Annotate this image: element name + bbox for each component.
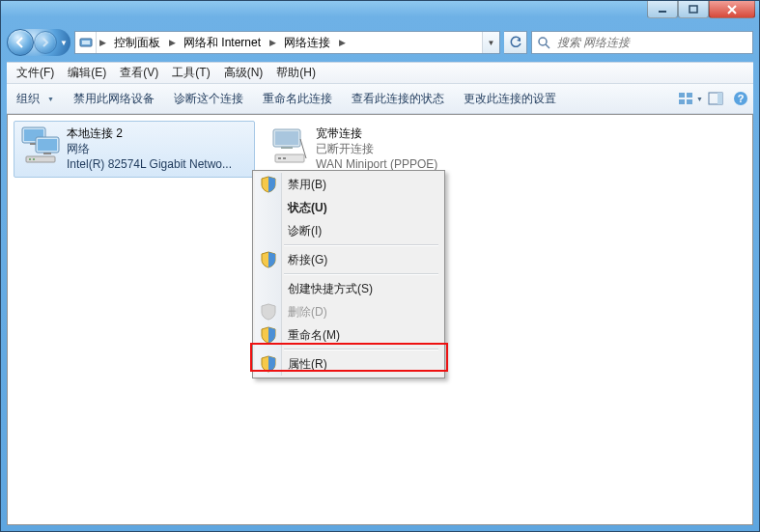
refresh-button[interactable] [504, 31, 527, 54]
shield-icon [260, 176, 277, 193]
view-status-button[interactable]: 查看此连接的状态 [342, 87, 454, 111]
shield-icon [260, 303, 277, 321]
svg-rect-19 [43, 153, 51, 154]
location-icon [75, 32, 97, 53]
ctx-rename[interactable]: 重命名(M) [255, 323, 442, 347]
connection-list: 本地连接 2 网络 Intel(R) 82574L Gigabit Netwo.… [14, 121, 746, 178]
breadcrumb-item[interactable]: 网络连接 [278, 32, 336, 53]
svg-rect-28 [283, 157, 286, 159]
navigation-row: ▼ ▶ 控制面板 ▶ 网络和 Internet ▶ 网络连接 ▶ ▼ [7, 28, 753, 57]
svg-rect-11 [718, 93, 722, 104]
ctx-label: 桥接(G) [288, 252, 327, 268]
ethernet-icon [20, 126, 61, 166]
shield-icon [260, 355, 277, 373]
connection-status: 已断开连接 [316, 141, 437, 156]
svg-line-5 [546, 44, 549, 48]
breadcrumb-item[interactable]: 网络和 Internet [178, 32, 267, 53]
svg-rect-21 [29, 158, 31, 160]
crumb-sep-icon[interactable]: ▶ [97, 32, 108, 53]
ctx-label: 诊断(I) [288, 223, 322, 239]
svg-rect-22 [33, 158, 35, 160]
connection-name: 本地连接 2 [67, 126, 232, 141]
svg-rect-24 [275, 131, 298, 145]
svg-point-4 [539, 38, 547, 45]
help-button[interactable]: ? [728, 91, 753, 106]
forward-button[interactable] [34, 31, 57, 54]
connection-text: 宽带连接 已断开连接 WAN Miniport (PPPOE) [316, 126, 437, 173]
svg-text:?: ? [738, 93, 745, 104]
svg-rect-9 [687, 99, 692, 104]
minimize-button[interactable] [647, 1, 678, 18]
menu-tools[interactable]: 工具(T) [166, 63, 215, 83]
organize-button[interactable]: 组织 [7, 87, 64, 111]
ctx-label: 创建快捷方式(S) [288, 281, 373, 297]
preview-pane-button[interactable] [703, 92, 728, 105]
rename-button[interactable]: 重命名此连接 [253, 87, 342, 111]
ctx-status[interactable]: 状态(U) [255, 196, 442, 219]
nav-history-dropdown[interactable]: ▼ [57, 30, 70, 55]
change-settings-button[interactable]: 更改此连接的设置 [454, 87, 566, 111]
ctx-label: 状态(U) [288, 200, 327, 216]
connection-name: 宽带连接 [316, 126, 437, 141]
menu-file[interactable]: 文件(F) [11, 63, 60, 83]
breadcrumb-item[interactable]: 控制面板 [108, 32, 166, 53]
crumb-sep-icon[interactable]: ▶ [336, 32, 348, 53]
back-button[interactable] [7, 29, 34, 56]
diagnose-button[interactable]: 诊断这个连接 [164, 87, 253, 111]
svg-rect-18 [38, 139, 57, 151]
disable-device-button[interactable]: 禁用此网络设备 [64, 87, 164, 111]
window-controls [647, 1, 755, 20]
ctx-label: 属性(R) [288, 356, 327, 373]
close-button[interactable] [709, 1, 755, 18]
address-bar[interactable]: ▶ 控制面板 ▶ 网络和 Internet ▶ 网络连接 ▶ ▼ [74, 31, 500, 54]
view-mode-button[interactable] [678, 92, 703, 105]
explorer-window: ▼ ▶ 控制面板 ▶ 网络和 Internet ▶ 网络连接 ▶ ▼ [0, 0, 760, 532]
ctx-diagnose[interactable]: 诊断(I) [255, 219, 442, 242]
menu-help[interactable]: 帮助(H) [270, 63, 322, 83]
ctx-label: 删除(D) [288, 304, 327, 321]
svg-rect-3 [82, 41, 90, 44]
address-dropdown[interactable]: ▼ [482, 32, 499, 53]
ctx-delete: 删除(D) [255, 300, 442, 323]
ctx-label: 禁用(B) [288, 177, 326, 193]
connection-status: 网络 [67, 141, 232, 156]
connection-item[interactable]: 宽带连接 已断开连接 WAN Miniport (PPPOE) [263, 121, 504, 178]
broadband-icon [269, 126, 310, 166]
menu-advanced[interactable]: 高级(N) [218, 63, 269, 83]
connection-adapter: Intel(R) 82574L Gigabit Netwo... [67, 156, 232, 172]
nav-arrow-group: ▼ [7, 29, 70, 56]
ctx-label: 重命名(M) [288, 327, 340, 344]
crumb-sep-icon[interactable]: ▶ [166, 32, 178, 53]
ctx-properties[interactable]: 属性(R) [255, 352, 442, 376]
svg-rect-8 [679, 99, 685, 104]
svg-rect-6 [679, 93, 685, 98]
search-input[interactable] [555, 36, 752, 49]
menu-bar: 文件(F) 编辑(E) 查看(V) 工具(T) 高级(N) 帮助(H) [7, 62, 753, 83]
toolbar: 组织 禁用此网络设备 诊断这个连接 重命名此连接 查看此连接的状态 更改此连接的… [7, 83, 753, 114]
ctx-shortcut[interactable]: 创建快捷方式(S) [255, 277, 442, 300]
ctx-disable[interactable]: 禁用(B) [255, 173, 442, 196]
context-menu: 禁用(B) 状态(U) 诊断(I) 桥接(G) 创建快捷方式(S) 删除(D) [252, 170, 445, 378]
menu-edit[interactable]: 编辑(E) [62, 63, 112, 83]
search-icon [532, 36, 555, 49]
svg-rect-7 [687, 93, 692, 98]
connection-item[interactable]: 本地连接 2 网络 Intel(R) 82574L Gigabit Netwo.… [14, 121, 255, 178]
ctx-bridge[interactable]: 桥接(G) [255, 248, 442, 271]
shield-icon [260, 326, 277, 344]
svg-rect-27 [278, 157, 281, 159]
svg-rect-25 [281, 147, 293, 149]
crumb-sep-icon[interactable]: ▶ [267, 32, 278, 53]
connection-text: 本地连接 2 网络 Intel(R) 82574L Gigabit Netwo.… [67, 126, 232, 173]
svg-rect-0 [659, 11, 666, 13]
shield-icon [260, 251, 277, 268]
search-bar [531, 31, 753, 54]
maximize-button[interactable] [678, 1, 709, 18]
svg-rect-1 [690, 6, 697, 13]
menu-view[interactable]: 查看(V) [114, 63, 164, 83]
